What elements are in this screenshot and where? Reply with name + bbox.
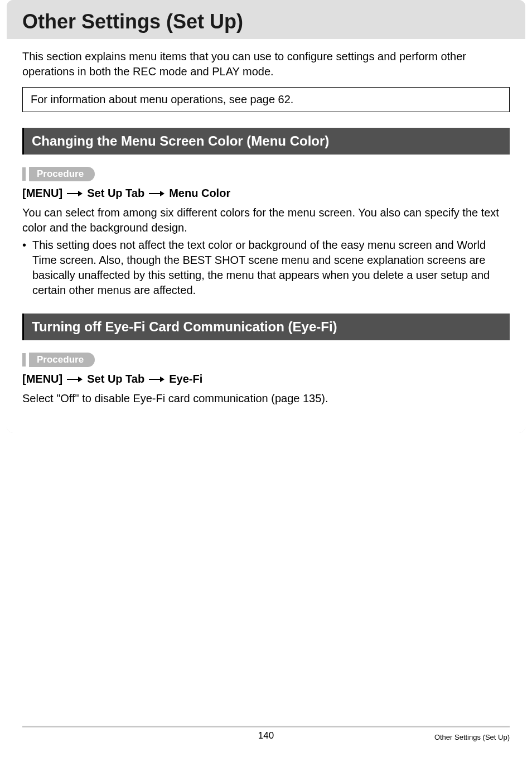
path-menu: [MENU] <box>22 373 62 385</box>
procedure-label: Procedure <box>22 353 510 367</box>
note-text: For information about menu operations, s… <box>31 93 293 105</box>
page-wrapper: Other Settings (Set Up) This section exp… <box>7 0 525 433</box>
procedure-label: Procedure <box>22 167 510 181</box>
section-body: You can select from among six different … <box>22 205 510 298</box>
section-header-menu-color: Changing the Menu Screen Color (Menu Col… <box>22 128 510 155</box>
footer-label: Other Settings (Set Up) <box>434 733 510 741</box>
section-body: Select "Off" to disable Eye-Fi card comm… <box>22 391 510 406</box>
bullet-dot-icon: • <box>22 238 32 298</box>
section-header-text: Turning off Eye-Fi Card Communication (E… <box>32 319 337 334</box>
title-band: Other Settings (Set Up) <box>7 0 525 39</box>
path-menu-color: Menu Color <box>169 187 230 200</box>
page-number: 140 <box>258 730 274 741</box>
procedure-pill: Procedure <box>29 167 95 181</box>
procedure-path: [MENU] Set Up Tab Eye-Fi <box>22 373 510 385</box>
svg-marker-3 <box>160 191 165 196</box>
procedure-tick-icon <box>22 353 26 367</box>
section-body-main: You can select from among six different … <box>22 206 499 234</box>
svg-marker-1 <box>78 191 83 196</box>
page-title: Other Settings (Set Up) <box>22 10 510 33</box>
svg-marker-5 <box>78 377 83 382</box>
svg-marker-7 <box>160 377 165 382</box>
arrow-right-icon <box>67 190 83 197</box>
path-menu: [MENU] <box>22 187 62 200</box>
section-header-eye-fi: Turning off Eye-Fi Card Communication (E… <box>22 314 510 340</box>
footer-row: 140 Other Settings (Set Up) <box>22 733 510 741</box>
section-body-main: Select "Off" to disable Eye-Fi card comm… <box>22 392 328 404</box>
section-header-text: Changing the Menu Screen Color (Menu Col… <box>32 133 329 148</box>
path-setup-tab: Set Up Tab <box>87 187 144 200</box>
procedure-tick-icon <box>22 167 26 181</box>
procedure-path: [MENU] Set Up Tab Menu Color <box>22 187 510 200</box>
arrow-right-icon <box>149 375 165 383</box>
page-footer: 140 Other Settings (Set Up) <box>0 726 532 741</box>
bullet-text: This setting does not affect the text co… <box>32 238 510 298</box>
bullet-item: • This setting does not affect the text … <box>22 238 510 298</box>
note-box: For information about menu operations, s… <box>22 87 510 112</box>
intro-text: This section explains menu items that yo… <box>22 49 510 79</box>
path-setup-tab: Set Up Tab <box>87 373 144 385</box>
content-area: This section explains menu items that yo… <box>7 39 525 433</box>
footer-divider <box>22 726 510 727</box>
arrow-right-icon <box>149 190 165 197</box>
procedure-pill: Procedure <box>29 353 95 367</box>
arrow-right-icon <box>67 375 83 383</box>
path-eye-fi: Eye-Fi <box>169 373 202 385</box>
